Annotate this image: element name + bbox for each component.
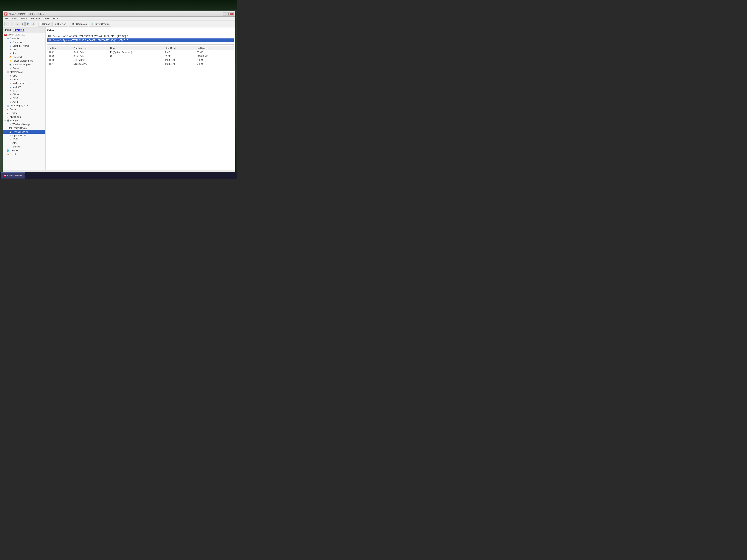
expand-storage-icon: ▼ xyxy=(4,119,6,122)
sidebar-item-dmi[interactable]: ■ DMI xyxy=(3,48,45,52)
col-partition-type: Partition Type xyxy=(72,46,109,50)
partition-disk-icon xyxy=(49,59,51,61)
sidebar-item-spd[interactable]: ■ SPD xyxy=(3,89,45,92)
bios-updates-button[interactable]: ↓ BIOS Updates xyxy=(69,22,88,27)
sensor-icon: ⊙ xyxy=(9,67,12,70)
buy-icon: ★ xyxy=(54,23,57,26)
sidebar-item-ipmi[interactable]: ■ IPMI xyxy=(3,52,45,55)
nav-user-button[interactable]: 👤 xyxy=(25,22,30,26)
sidebar-item-aspi[interactable]: ⊙ ASPI xyxy=(3,137,45,141)
expand-server-icon: › xyxy=(4,108,6,110)
menu-tools[interactable]: Tools xyxy=(43,17,51,20)
sidebar-favorites-tab[interactable]: Favorites xyxy=(13,28,24,32)
sidebar-menu-tab[interactable]: Menu xyxy=(4,28,11,32)
win-storage-icon: ≡ xyxy=(9,123,12,126)
cell-start-offset: 1 MB xyxy=(163,50,195,54)
main-window: 64 AIDA64 Extreme [ TRIAL VERSION ] _ □ … xyxy=(3,11,235,174)
table-row[interactable]: #3 EFI System 113863 MB 100 MB xyxy=(47,58,234,62)
drive-list: Drive #1 - WDC WD5000LPVT-08G33T1 (WD-WX… xyxy=(47,34,234,42)
sidebar-item-ata[interactable]: — ATA xyxy=(3,141,45,145)
menu-report[interactable]: Report xyxy=(20,17,29,20)
portable-icon: 💻 xyxy=(9,63,12,66)
nav-forward-button[interactable]: › xyxy=(10,22,14,26)
sidebar-item-logical-drives[interactable]: 💾 Logical Drives xyxy=(3,126,45,130)
sidebar-item-windows-storage[interactable]: ≡ Windows Storage xyxy=(3,123,45,126)
optical-drives-label: Optical Drives xyxy=(12,134,27,137)
col-partition-len: Partition Len... xyxy=(195,46,234,50)
sidebar-item-smart[interactable]: — SMART xyxy=(3,145,45,149)
sidebar-item-power[interactable]: ⚡ Power Management xyxy=(3,59,45,63)
close-button[interactable]: × xyxy=(230,12,234,16)
drive1-label: Drive #1 - WDC WD5000LPVT-08G33T1 (WD-WX… xyxy=(52,35,129,37)
expand-os-icon: › xyxy=(4,105,6,107)
partition-disk-icon xyxy=(49,51,51,53)
sidebar-item-overclock[interactable]: 🔥 Overclock xyxy=(3,55,45,59)
drive-item-1[interactable]: Drive #1 - WDC WD5000LPVT-08G33T1 (WD-WX… xyxy=(47,34,234,38)
logical-drives-icon: 💾 xyxy=(9,127,12,130)
overclock-label: Overclock xyxy=(12,56,22,58)
power-label: Power Management xyxy=(12,59,32,62)
taskbar-icon: 64 xyxy=(3,175,6,177)
cell-partition: #3 xyxy=(47,58,72,62)
sidebar-item-acpi[interactable]: ■ ACPI xyxy=(3,100,45,104)
maximize-button[interactable]: □ xyxy=(227,12,230,16)
menu-help[interactable]: Help xyxy=(52,17,59,20)
memory-icon: ■ xyxy=(9,85,12,88)
minimize-button[interactable]: _ xyxy=(223,12,226,16)
report-button[interactable]: ≡ Report xyxy=(38,22,52,27)
sidebar-item-cpuid[interactable]: ■ CPUID xyxy=(3,78,45,81)
os-icon: ▦ xyxy=(6,104,9,107)
multimedia-icon: ♪ xyxy=(6,115,9,118)
sidebar-item-computer[interactable]: ▼ 🖥 Computer xyxy=(3,36,45,40)
nav-up-button[interactable]: ∧ xyxy=(15,22,20,26)
driver-updates-button[interactable]: 🔍 Driver Updates xyxy=(89,22,111,27)
table-row[interactable]: #2 Basic Data C: 51 MB 113811 MB xyxy=(47,54,234,58)
menu-favorites[interactable]: Favorites xyxy=(30,17,42,20)
app-version-icon: 64 xyxy=(4,34,6,36)
table-row[interactable]: #1 Basic Data F: (System Reserved) 1 MB … xyxy=(47,50,234,54)
sidebar-item-physical-drives[interactable]: 💾 Physical Drives xyxy=(3,130,45,134)
sidebar-item-network[interactable]: › 🌐 Network xyxy=(3,149,45,152)
sidebar-item-summary[interactable]: ■ Summary xyxy=(3,40,45,44)
sidebar-item-memory[interactable]: ■ Memory xyxy=(3,85,45,89)
server-icon: ■ xyxy=(6,108,9,111)
nav-refresh-button[interactable]: ↺ xyxy=(20,22,25,26)
nav-chart-button[interactable]: 📊 xyxy=(31,22,35,26)
cell-partition-len: 100 MB xyxy=(195,58,234,62)
sidebar-item-motherboard2[interactable]: ▦ Motherboard xyxy=(3,81,45,85)
sidebar-item-optical-drives[interactable]: ⊙ Optical Drives xyxy=(3,134,45,137)
sidebar-item-server[interactable]: › ■ Server xyxy=(3,108,45,111)
col-start-offset: Start Offset xyxy=(163,46,195,50)
sidebar-item-display[interactable]: › ■ Display xyxy=(3,111,45,115)
driver-label: Driver Updates xyxy=(95,23,109,25)
display-label: Display xyxy=(10,112,17,114)
sidebar-item-directx[interactable]: › ⊙ DirectX xyxy=(3,152,45,156)
taskbar-aida64[interactable]: 64 AIDA64 Extreme xyxy=(1,172,25,179)
sidebar-item-multimedia[interactable]: › ♪ Multimedia xyxy=(3,115,45,119)
buy-now-button[interactable]: ★ Buy Now xyxy=(52,22,68,27)
storage-icon: 💾 xyxy=(6,119,9,122)
bios-icon: ■ xyxy=(9,97,12,100)
sidebar-item-chipset[interactable]: ■ Chipset xyxy=(3,92,45,96)
sidebar-item-storage[interactable]: ▼ 💾 Storage xyxy=(3,119,45,123)
sidebar-item-cpu[interactable]: ■ CPU xyxy=(3,74,45,78)
sidebar-item-portable[interactable]: 💻 Portable Computer xyxy=(3,63,45,66)
sidebar-item-motherboard[interactable]: ▼ ▦ Motherboard xyxy=(3,70,45,74)
cell-type: Basic Data xyxy=(72,50,109,54)
sensor-label: Sensor xyxy=(12,67,20,70)
sidebar-item-sensor[interactable]: ⊙ Sensor xyxy=(3,66,45,70)
col-drive: Drive xyxy=(109,46,163,50)
nav-back-button[interactable]: ‹ xyxy=(4,22,9,26)
drive-item-2[interactable]: Drive #2 - Apacer AST220 120GB (4C460711… xyxy=(47,38,234,42)
sidebar-item-computer-name[interactable]: ■ Computer Name xyxy=(3,44,45,48)
sidebar-item-bios[interactable]: ■ BIOS xyxy=(3,96,45,100)
acpi-icon: ■ xyxy=(9,101,12,103)
menu-file[interactable]: File xyxy=(4,17,9,20)
expand-network-icon: › xyxy=(4,150,6,152)
portable-label: Portable Computer xyxy=(12,63,31,66)
menu-view[interactable]: View xyxy=(11,17,18,20)
computer-icon: 🖥 xyxy=(6,37,9,40)
table-row[interactable]: #4 MS Recovery 113963 MB 508 MB xyxy=(47,62,234,66)
expand-computer-icon: ▼ xyxy=(4,37,6,39)
sidebar-item-os[interactable]: › ▦ Operating System xyxy=(3,104,45,108)
